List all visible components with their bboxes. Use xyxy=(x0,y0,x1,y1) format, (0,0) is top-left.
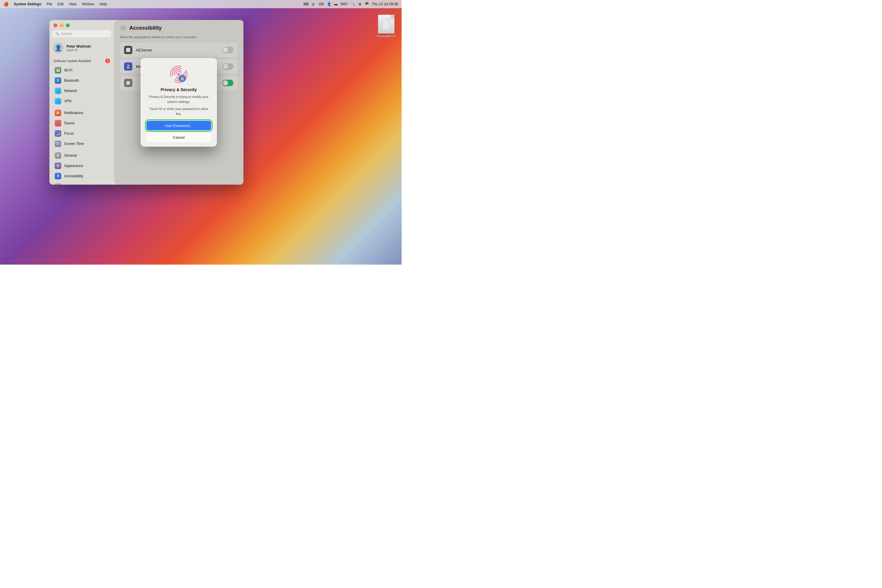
svg-point-10 xyxy=(178,73,180,75)
menu-view[interactable]: View xyxy=(69,2,76,6)
modal-icon: ✋ xyxy=(170,65,188,84)
sidebar-apps-section: 🔔 Notifications 🔊 Sound 🌙 Focus ⏱ Screen… xyxy=(50,108,114,149)
sidebar: 🔍 Search 👤 Peter Wolinski Apple ID Softw… xyxy=(50,20,114,184)
avatar-icon: 👤 xyxy=(55,44,62,51)
sidebar-item-sound-label: Sound xyxy=(64,121,74,125)
control-icon: ⊞ xyxy=(55,183,61,184)
sidebar-item-network[interactable]: 🌐 Network xyxy=(51,86,112,96)
menu-help[interactable]: Help xyxy=(100,2,107,6)
sidebar-item-sound[interactable]: 🔊 Sound xyxy=(51,118,112,128)
user-info: Peter Wolinski Apple ID xyxy=(66,44,90,52)
sidebar-item-notifications-label: Notifications xyxy=(64,111,83,115)
desktop-icon-rectangle[interactable]: Rectangle0.69 xyxy=(377,15,396,38)
sidebar-item-vpn-label: VPN xyxy=(64,99,72,103)
search-icon: 🔍 xyxy=(55,32,59,36)
menu-file[interactable]: File xyxy=(46,2,52,6)
menubar-display-icon[interactable]: 🖥 xyxy=(358,2,362,6)
menubar-left: 🍎 System Settings File Edit View Window … xyxy=(3,2,107,6)
general-icon: ⚙ xyxy=(55,152,61,159)
desktop: 🍎 System Settings File Edit View Window … xyxy=(0,0,402,265)
modal-dialog: ✋ Privacy & Security Privacy & Security … xyxy=(141,58,217,147)
sidebar-item-bluetooth[interactable]: 𝔹 Bluetooth xyxy=(51,75,112,86)
menubar-keyboard-icon[interactable]: ⌨ xyxy=(303,2,308,6)
menubar-volume-icon[interactable]: 🔊 xyxy=(311,2,316,6)
appearance-icon: 🎨 xyxy=(55,163,61,169)
menubar-battery-icon[interactable]: ▬ xyxy=(334,2,338,6)
accessibility-icon: ♿ xyxy=(55,173,61,179)
modal-instruction: Touch ID or enter your password to allow… xyxy=(146,106,211,116)
update-badge: 1 xyxy=(105,58,110,63)
sidebar-item-screentime-label: Screen Time xyxy=(64,142,84,146)
user-subtitle: Apple ID xyxy=(66,48,90,52)
sidebar-item-notifications[interactable]: 🔔 Notifications xyxy=(51,108,112,118)
search-placeholder: Search xyxy=(61,32,72,36)
sidebar-item-accessibility[interactable]: ♿ Accessibility xyxy=(51,171,112,181)
close-button[interactable] xyxy=(54,24,57,27)
sidebar-item-wifi-label: Wi-Fi xyxy=(64,68,72,72)
svg-text:✋: ✋ xyxy=(180,76,185,81)
sidebar-network-section: 📶 Wi-Fi 𝔹 Bluetooth 🌐 Network 🌐 VPN xyxy=(50,65,114,106)
sidebar-item-general-label: General xyxy=(64,153,77,158)
modal-overlay: ✋ Privacy & Security Privacy & Security … xyxy=(114,20,243,184)
maximize-button[interactable] xyxy=(66,24,70,27)
minimize-button[interactable] xyxy=(60,24,63,27)
desktop-icon-image xyxy=(378,15,394,33)
sidebar-item-accessibility-label: Accessibility xyxy=(64,174,83,178)
menu-edit[interactable]: Edit xyxy=(58,2,64,6)
focus-icon: 🌙 xyxy=(55,130,61,137)
settings-window: 🔍 Search 👤 Peter Wolinski Apple ID Softw… xyxy=(50,20,243,184)
menubar-search-icon[interactable]: 🔍 xyxy=(351,2,355,6)
bluetooth-icon: 𝔹 xyxy=(55,77,61,84)
menubar-flag-icon[interactable]: 🏴 xyxy=(364,2,369,6)
sidebar-item-network-label: Network xyxy=(64,89,77,93)
sidebar-item-bluetooth-label: Bluetooth xyxy=(64,78,79,82)
use-password-button[interactable]: Use Password... xyxy=(146,121,211,130)
vpn-icon: 🌐 xyxy=(55,98,61,104)
menubar-time: Thu 13 Jul 09:56 xyxy=(372,2,398,6)
sidebar-item-control[interactable]: ⊞ Control Centre xyxy=(51,182,112,184)
menubar-user-icon[interactable]: 👤 xyxy=(327,2,332,6)
sidebar-item-general[interactable]: ⚙ General xyxy=(51,150,112,160)
menu-window[interactable]: Window xyxy=(82,2,94,6)
user-name: Peter Wolinski xyxy=(66,44,90,48)
menubar-gb-icon[interactable]: GB xyxy=(319,2,324,6)
modal-description: Privacy & Security is trying to modify y… xyxy=(146,94,211,104)
sidebar-item-focus-label: Focus xyxy=(64,131,74,135)
sidebar-item-screentime[interactable]: ⏱ Screen Time xyxy=(51,139,112,149)
sound-icon: 🔊 xyxy=(55,120,61,126)
sidebar-item-vpn[interactable]: 🌐 VPN xyxy=(51,96,112,106)
software-update-label: Software Update Available xyxy=(54,59,92,63)
sidebar-item-appearance[interactable]: 🎨 Appearance xyxy=(51,161,112,171)
menubar-wifi-icon[interactable]: WiFi xyxy=(341,2,348,6)
desktop-icon-label: Rectangle0.69 xyxy=(377,35,396,38)
avatar: 👤 xyxy=(53,43,63,53)
notifications-icon: 🔔 xyxy=(55,110,61,116)
search-bar[interactable]: 🔍 Search xyxy=(52,30,111,38)
cancel-button[interactable]: Cancel xyxy=(146,133,211,142)
sidebar-item-focus[interactable]: 🌙 Focus xyxy=(51,129,112,138)
software-update-item[interactable]: Software Update Available 1 xyxy=(50,57,114,65)
network-icon: 🌐 xyxy=(55,88,61,94)
sidebar-system-section: ⚙ General 🎨 Appearance ♿ Accessibility ⊞… xyxy=(50,150,114,184)
wifi-icon: 📶 xyxy=(55,67,61,74)
window-controls xyxy=(50,24,114,30)
screentime-icon: ⏱ xyxy=(55,141,61,147)
sidebar-item-appearance-label: Appearance xyxy=(64,164,83,168)
menubar: 🍎 System Settings File Edit View Window … xyxy=(0,0,402,8)
modal-title: Privacy & Security xyxy=(161,87,197,92)
sidebar-item-wifi[interactable]: 📶 Wi-Fi xyxy=(51,65,112,75)
app-name-menu[interactable]: System Settings xyxy=(14,2,41,6)
main-content: ‹ Accessibility Allow the applications b… xyxy=(114,20,243,184)
user-profile[interactable]: 👤 Peter Wolinski Apple ID xyxy=(50,40,114,56)
apple-menu[interactable]: 🍎 xyxy=(3,2,9,6)
menubar-right: ⌨ 🔊 GB 👤 ▬ WiFi 🔍 🖥 🏴 Thu 13 Jul 09:56 xyxy=(303,2,398,6)
